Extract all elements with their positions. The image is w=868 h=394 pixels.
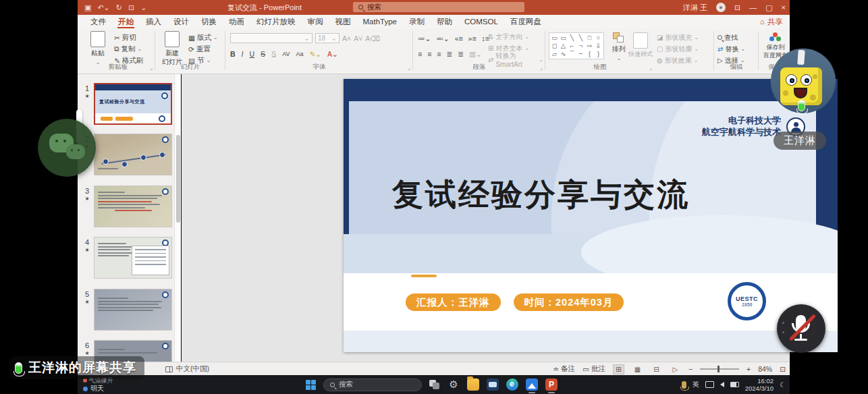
char-spacing-button[interactable]: AV <box>282 51 290 57</box>
columns-button[interactable]: ▥⌄ <box>469 50 482 58</box>
slide-thumbnail-2[interactable] <box>94 134 172 175</box>
tray-mic-icon[interactable] <box>682 381 686 389</box>
slide-thumbnail-1[interactable]: 复试经验分享与交流 <box>94 83 172 125</box>
fit-slide-button[interactable]: ⊡ <box>780 365 786 373</box>
tellme-search-box[interactable]: 搜索 <box>353 2 524 12</box>
file-explorer-icon[interactable] <box>467 378 479 391</box>
tab-home[interactable]: 开始 <box>112 15 140 28</box>
tray-battery-icon[interactable] <box>730 382 739 387</box>
paste-button[interactable]: 粘贴⌄ <box>84 31 111 65</box>
date-pill[interactable]: 时间：2024年03月 <box>514 293 624 311</box>
tab-animations[interactable]: 动画 <box>223 15 250 28</box>
task-view-button[interactable] <box>429 380 440 389</box>
notes-toggle[interactable]: ≐备注 <box>553 364 575 374</box>
tab-view[interactable]: 视图 <box>329 15 357 28</box>
tab-slideshow[interactable]: 幻灯片放映 <box>250 15 302 28</box>
bold-button[interactable]: B <box>230 50 236 58</box>
mute-microphone-button[interactable] <box>777 304 825 353</box>
justify-button[interactable]: ≣ <box>446 50 452 58</box>
redo-icon[interactable]: ↻ <box>116 3 122 12</box>
comments-toggle[interactable]: ▭批注 <box>582 364 605 374</box>
strikethrough-button[interactable]: S <box>261 50 265 58</box>
zoom-slider-handle[interactable] <box>717 366 720 372</box>
paragraph-dialog-launcher[interactable]: ⌟ <box>540 65 543 71</box>
night-mode-icon[interactable]: ☾ <box>780 381 786 389</box>
undo-icon[interactable]: ↶⌄ <box>97 3 109 12</box>
slide-sorter-view-button[interactable]: ▦ <box>632 364 643 374</box>
edge-browser-icon[interactable] <box>506 378 518 391</box>
tab-file[interactable]: 文件 <box>84 15 112 28</box>
start-slideshow-icon[interactable]: ⊡ <box>128 3 134 12</box>
find-button[interactable]: 查找 <box>717 33 738 43</box>
account-name[interactable]: 洋淋 王 <box>683 3 707 13</box>
ribbon-display-options-icon[interactable]: ⊡ <box>734 3 740 12</box>
italic-button[interactable]: I <box>242 50 244 58</box>
presenter-pill[interactable]: 汇报人：王洋淋 <box>406 293 501 311</box>
layout-button[interactable]: ▦版式⌄ <box>188 33 218 43</box>
slide-thumbnail-4[interactable] <box>94 237 172 279</box>
quick-styles-button[interactable]: 快速样式 <box>627 32 654 59</box>
tab-record[interactable]: 录制 <box>403 15 431 28</box>
shape-effects-button[interactable]: ◍形状效果⌄ <box>657 56 698 65</box>
ime-indicator[interactable]: 英 <box>693 380 699 389</box>
taskbar-clock[interactable]: 16:02 2024/3/10 <box>745 377 774 392</box>
slideshow-view-button[interactable]: ▷ <box>670 364 681 374</box>
tab-insert[interactable]: 插入 <box>140 15 167 28</box>
slide-thumbnail-5[interactable] <box>94 289 172 331</box>
wechat-floating-icon[interactable] <box>38 119 96 177</box>
clear-format-icon[interactable]: A⌫ <box>365 34 380 43</box>
align-right-button[interactable]: ≡ <box>437 50 441 58</box>
qat-customize-icon[interactable]: ⌄ <box>140 3 146 12</box>
thumbnail-scrollbar[interactable] <box>174 74 181 362</box>
tray-display-icon[interactable] <box>705 381 714 388</box>
align-center-button[interactable]: ≡ <box>427 50 431 58</box>
current-slide[interactable]: 电子科技大学 航空宇航科学与技术 复试经验分享与交流 汇报人：王洋淋 时间：20… <box>344 79 838 352</box>
slide-title-text[interactable]: 复试经验分享与交流 <box>392 174 690 216</box>
reset-button[interactable]: ⟳重置 <box>188 45 211 54</box>
close-icon[interactable]: × <box>782 3 786 11</box>
zoom-in-button[interactable]: + <box>747 365 751 373</box>
tab-baidu-pan[interactable]: 百度网盘 <box>504 15 547 28</box>
normal-view-button[interactable]: ⊞ <box>613 364 624 374</box>
share-button[interactable]: ⌂ 共享 <box>760 15 783 28</box>
replace-button[interactable]: ⇄替换⌄ <box>717 45 745 54</box>
minimize-icon[interactable]: — <box>749 3 757 11</box>
maximize-icon[interactable]: ▢ <box>765 3 772 12</box>
drawing-dialog-launcher[interactable]: ⌟ <box>649 65 652 71</box>
tab-mathtype[interactable]: MathType <box>357 15 404 28</box>
tab-comsol[interactable]: COMSOL <box>458 15 504 28</box>
tab-design[interactable]: 设计 <box>167 15 195 28</box>
zoom-out-button[interactable]: − <box>688 365 693 373</box>
tab-help[interactable]: 帮助 <box>431 15 458 28</box>
distribute-button[interactable]: ≣ <box>458 50 464 58</box>
grow-font-icon[interactable]: A˄ <box>342 34 351 43</box>
font-dialog-launcher[interactable]: ⌟ <box>408 65 410 71</box>
thumbnail-scrollbar-handle[interactable] <box>176 135 180 223</box>
tab-transitions[interactable]: 切换 <box>195 15 223 28</box>
new-slide-button[interactable]: 新建幻灯片 <box>159 31 186 67</box>
align-left-button[interactable]: ≡ <box>418 50 422 58</box>
decrease-indent-button[interactable]: «≡ <box>455 34 463 43</box>
change-case-button[interactable]: Aa <box>296 51 303 57</box>
font-color-button[interactable]: A⌄ <box>327 50 338 58</box>
reading-view-button[interactable]: ⊟ <box>651 364 662 374</box>
tab-review[interactable]: 审阅 <box>302 15 329 28</box>
settings-app-icon[interactable]: ⚙ <box>447 378 460 391</box>
slide-thumbnail-3[interactable] <box>94 186 172 227</box>
proofing-icon[interactable] <box>165 366 173 372</box>
clipboard-dialog-launcher[interactable]: ⌟ <box>150 65 153 71</box>
increase-indent-button[interactable]: »≡ <box>468 34 477 43</box>
save-icon[interactable]: ▣ <box>84 3 91 12</box>
media-app-icon[interactable] <box>487 378 499 391</box>
font-name-combo[interactable]: ⌄ <box>230 33 313 43</box>
shrink-font-icon[interactable]: A˅ <box>354 34 362 43</box>
shapes-gallery[interactable]: ▭▭╲╲□○ ◻△⌐¬⇨⇩ ▱∿⌒⌢{} <box>549 32 604 59</box>
text-direction-button[interactable]: ⇅文字方向⌄ <box>488 32 529 42</box>
taskbar-search-box[interactable]: 搜索 <box>323 378 422 391</box>
zoom-level[interactable]: 84% <box>758 365 772 373</box>
underline-button[interactable]: U <box>250 50 255 58</box>
tray-speaker-icon[interactable] <box>720 382 724 387</box>
zoom-slider[interactable] <box>700 368 739 370</box>
shape-outline-button[interactable]: ▢形状轮廓⌄ <box>657 45 699 54</box>
shape-fill-button[interactable]: ◪形状填充⌄ <box>657 33 699 43</box>
